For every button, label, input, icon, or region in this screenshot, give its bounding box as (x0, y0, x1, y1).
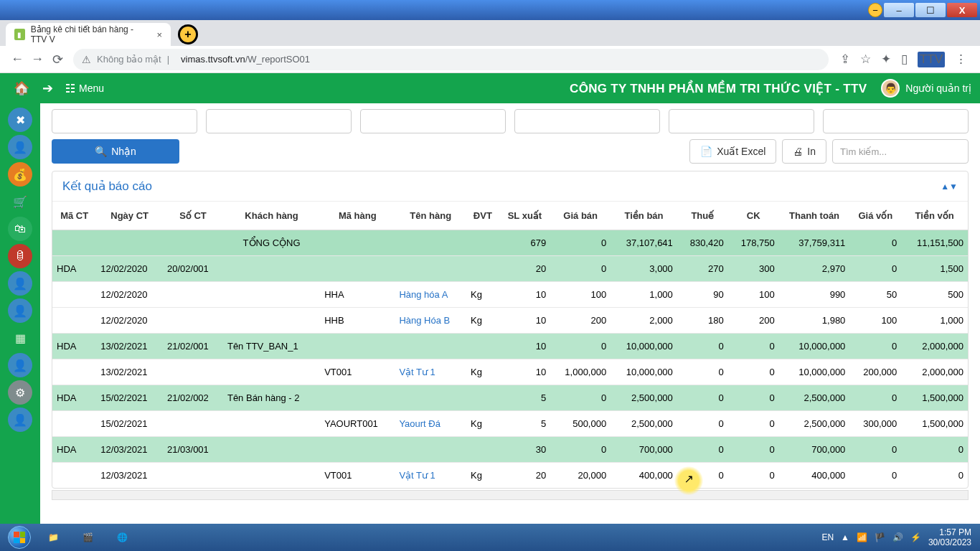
col-header[interactable]: Thanh toán (779, 202, 850, 230)
filter-box-6[interactable] (823, 109, 969, 133)
item-link[interactable]: Hàng hóa A (395, 282, 466, 308)
window-close-button[interactable]: X (947, 3, 977, 17)
sidebar-bag-icon[interactable]: 🛍 (8, 217, 32, 241)
nav-forward-button[interactable]: → (27, 50, 47, 70)
start-button[interactable] (3, 525, 36, 550)
browser-tab[interactable]: ▮ Bảng kê chi tiết bán hàng - TTV V × (6, 23, 171, 46)
sidebar-cart-icon[interactable]: 🛒 (8, 189, 32, 214)
table-cell: VT001 (320, 463, 395, 489)
col-header[interactable]: Thuế (677, 202, 728, 230)
filter-box-4[interactable] (514, 109, 660, 133)
taskbar-explorer-icon[interactable]: 📁 (37, 526, 70, 549)
table-row[interactable]: HDA12/03/202121/03/001300700,00000700,00… (52, 437, 968, 463)
table-cell (320, 437, 395, 463)
col-header[interactable]: Tên hàng (395, 202, 466, 230)
col-header[interactable]: ĐVT (466, 202, 499, 230)
col-header[interactable]: Mã CT (52, 202, 96, 230)
new-tab-button[interactable]: + (178, 24, 198, 44)
col-header[interactable]: SL xuất (499, 202, 551, 230)
sidebar-user-icon[interactable]: 👤 (8, 135, 32, 159)
sidebar-calendar-icon[interactable]: ▦ (8, 326, 32, 350)
window-caution-icon[interactable]: − (868, 3, 882, 17)
table-row[interactable]: 15/02/2021YAOURT001Yaourt ĐáKg5500,0002,… (52, 411, 968, 437)
item-link[interactable]: Vật Tư 1 (395, 463, 466, 489)
home-icon[interactable]: 🏠 (9, 75, 34, 101)
share-icon[interactable]: ⇪ (840, 52, 850, 67)
address-bar[interactable]: ⚠ Không bảo mật | vimas.ttvsoft.vn/W_rep… (73, 49, 829, 70)
col-header[interactable]: Giá vốn (849, 202, 901, 230)
tray-volume-icon[interactable]: 🔊 (892, 532, 903, 542)
print-button[interactable]: 🖨 In (782, 139, 826, 164)
item-link[interactable]: Vật Tư 1 (395, 359, 466, 385)
table-row[interactable]: HDA13/02/202121/02/001Tên TTV_BAN_110010… (52, 334, 968, 359)
sidebar-tools-icon[interactable]: ✖ (8, 108, 32, 132)
item-link[interactable]: Hàng Hóa B (395, 308, 466, 334)
table-row[interactable]: 12/02/2020HHBHàng Hóa BKg102002,00018020… (52, 308, 968, 334)
taskbar-app-icon[interactable]: 🎬 (71, 526, 104, 549)
submit-button[interactable]: 🔍 Nhận (52, 139, 179, 164)
col-header[interactable]: Ngày CT (96, 202, 163, 230)
col-header[interactable]: Giá bán (550, 202, 611, 230)
menu-icon[interactable]: ⋮ (955, 52, 967, 67)
horizontal-scrollbar[interactable] (52, 490, 969, 500)
reader-icon[interactable]: ▯ (901, 52, 908, 67)
table-cell (223, 437, 320, 463)
table-cell: 20,000 (550, 463, 611, 489)
filter-box-3[interactable] (360, 109, 506, 133)
tray-network-icon[interactable]: 📶 (857, 532, 867, 542)
window-maximize-button[interactable]: ☐ (915, 3, 946, 17)
forward-arrow-icon[interactable]: ➔ (34, 75, 60, 101)
sidebar-drum-icon[interactable]: 🛢 (8, 244, 32, 268)
table-cell: 1,000 (901, 308, 968, 334)
col-header[interactable]: Số CT (163, 202, 223, 230)
ttv-extension-icon[interactable]: TTV (918, 52, 945, 67)
user-menu[interactable]: 👨 Người quản trị (881, 79, 971, 98)
sidebar-person-2-icon[interactable]: 👤 (8, 298, 32, 323)
nav-back-button[interactable]: ← (7, 50, 27, 70)
filter-box-2[interactable] (206, 109, 352, 133)
report-panel: Kết quả báo cáo ▲▼ Mã CTNgày CTSố CTKhác… (52, 171, 969, 489)
window-minimize-button[interactable]: – (884, 3, 914, 17)
extensions-icon[interactable]: ✦ (881, 52, 891, 67)
item-link[interactable]: Yaourt Đá (395, 411, 466, 437)
tray-up-icon[interactable]: ▲ (841, 532, 849, 542)
menu-button[interactable]: Menu (60, 83, 110, 94)
table-row[interactable]: 12/03/2021VT001Vật Tư 1Kg2020,000400,000… (52, 463, 968, 489)
bookmark-icon[interactable]: ☆ (860, 52, 871, 67)
tray-lang[interactable]: EN (821, 532, 834, 542)
sidebar-money-icon[interactable]: 💰 (8, 162, 32, 187)
search-icon: 🔍 (95, 146, 107, 157)
table-row[interactable]: 13/02/2021VT001Vật Tư 1Kg101,000,00010,0… (52, 359, 968, 385)
taskbar: 📁 🎬 🌐 EN ▲ 📶 🏴 🔊 ⚡ 1:57 PM 30/03/2023 (0, 524, 980, 551)
tray-battery-icon[interactable]: ⚡ (910, 532, 921, 542)
browser-tabstrip: ▮ Bảng kê chi tiết bán hàng - TTV V × + (0, 20, 980, 46)
col-header[interactable]: Tiền vốn (901, 202, 968, 230)
table-cell (223, 282, 320, 308)
sidebar-person-1-icon[interactable]: 👤 (8, 271, 32, 296)
col-header[interactable]: Khách hàng (223, 202, 320, 230)
sidebar-gear-icon[interactable]: ⚙ (8, 380, 32, 405)
col-header[interactable]: Mã hàng (320, 202, 395, 230)
export-excel-button[interactable]: 📄 Xuất Excel (689, 139, 776, 164)
table-row[interactable]: 12/02/2020HHAHàng hóa AKg101001,00090100… (52, 282, 968, 308)
tray-flag-icon[interactable]: 🏴 (875, 532, 885, 542)
nav-reload-button[interactable]: ⟳ (47, 50, 67, 70)
search-input[interactable]: Tìm kiếm... (832, 139, 969, 164)
filter-box-5[interactable] (669, 109, 814, 133)
table-row[interactable]: TỔNG CỘNG679037,107,641830,420178,75037,… (52, 230, 968, 256)
sidebar-person-3-icon[interactable]: 👤 (8, 353, 32, 377)
table-cell: 180 (677, 308, 728, 334)
tray-clock[interactable]: 1:57 PM 30/03/2023 (928, 527, 971, 547)
col-header[interactable]: CK (728, 202, 779, 230)
tab-close-icon[interactable]: × (156, 29, 162, 40)
table-row[interactable]: HDA15/02/202121/02/002Tên Bán hàng - 250… (52, 385, 968, 411)
filter-box-1[interactable] (52, 109, 197, 133)
system-tray: EN ▲ 📶 🏴 🔊 ⚡ 1:57 PM 30/03/2023 (821, 527, 977, 547)
table-cell: 3,000 (611, 256, 677, 282)
table-cell: 1,500,000 (901, 385, 968, 411)
table-row[interactable]: HDA12/02/202020/02/0012003,0002703002,97… (52, 256, 968, 282)
col-header[interactable]: Tiền bán (611, 202, 677, 230)
sidebar-person-4-icon[interactable]: 👤 (8, 408, 32, 432)
taskbar-chrome-icon[interactable]: 🌐 (105, 526, 138, 549)
sort-icon[interactable]: ▲▼ (941, 182, 958, 192)
